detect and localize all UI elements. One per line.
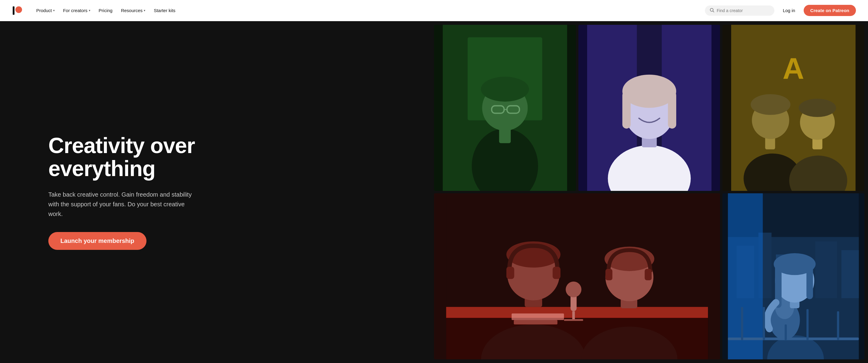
hero-image-2 <box>578 25 720 191</box>
hero-image-5 <box>722 193 864 359</box>
search-icon <box>710 8 714 13</box>
nav-starter-kits[interactable]: Starter kits <box>150 5 179 16</box>
nav-for-creators-label: For creators <box>63 8 88 13</box>
nav-product-label: Product <box>36 8 52 13</box>
launch-membership-button[interactable]: Launch your membership <box>48 232 147 250</box>
nav-for-creators[interactable]: For creators ▾ <box>60 5 94 16</box>
nav-product[interactable]: Product ▾ <box>33 5 58 16</box>
logo[interactable] <box>12 5 23 16</box>
nav-starter-kits-label: Starter kits <box>154 8 176 13</box>
hero-title-line1: Creativity over <box>48 133 195 158</box>
login-button[interactable]: Log in <box>779 5 799 16</box>
svg-point-1 <box>16 6 22 13</box>
hero-left: Creativity over everything Take back cre… <box>0 21 434 363</box>
hero-image-grid: A <box>434 21 868 363</box>
search-box[interactable] <box>705 5 774 16</box>
search-input[interactable] <box>717 8 770 13</box>
navbar: Product ▾ For creators ▾ Pricing Resourc… <box>0 0 868 21</box>
hero-section: Creativity over everything Take back cre… <box>0 21 868 363</box>
hero-title-line2: everything <box>48 157 155 180</box>
hero-image-1 <box>434 25 576 191</box>
nav-resources[interactable]: Resources ▾ <box>117 5 149 16</box>
nav-resources-chevron: ▾ <box>144 9 145 12</box>
hero-subtitle: Take back creative control. Gain freedom… <box>48 190 193 219</box>
create-button[interactable]: Create on Patreon <box>804 5 856 16</box>
svg-rect-0 <box>13 6 14 15</box>
nav-pricing-label: Pricing <box>99 8 113 13</box>
nav-links: Product ▾ For creators ▾ Pricing Resourc… <box>33 5 705 16</box>
nav-resources-label: Resources <box>121 8 143 13</box>
svg-line-3 <box>713 11 714 12</box>
nav-product-chevron: ▾ <box>53 9 55 12</box>
nav-for-creators-chevron: ▾ <box>89 9 90 12</box>
hero-image-3: A <box>722 25 864 191</box>
nav-right: Log in Create on Patreon <box>705 5 856 16</box>
nav-pricing[interactable]: Pricing <box>95 5 116 16</box>
hero-image-4 <box>434 193 720 359</box>
hero-title: Creativity over everything <box>48 134 410 180</box>
